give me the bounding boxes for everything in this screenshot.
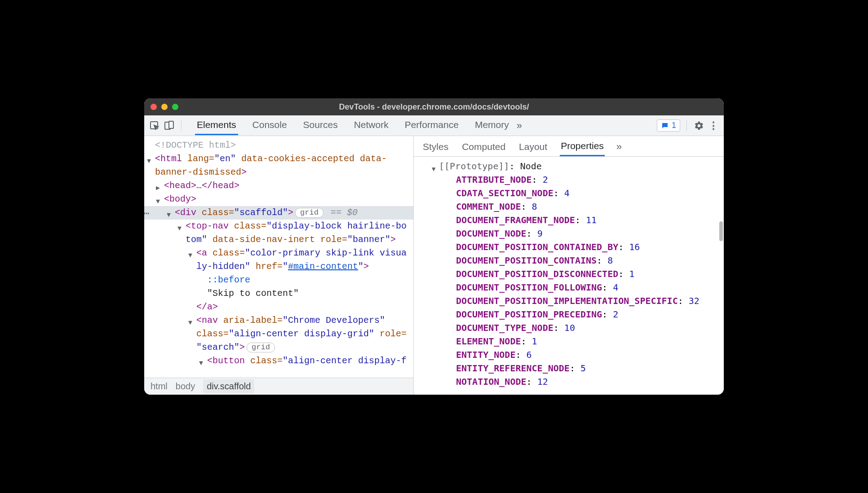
- close-button[interactable]: [151, 104, 157, 110]
- dom-head[interactable]: <head>…</head>: [144, 179, 413, 193]
- dom-a-close[interactable]: </a>: [144, 300, 413, 314]
- property-row[interactable]: DOCUMENT_POSITION_DISCONNECTED: 1: [414, 267, 724, 281]
- message-icon: [661, 122, 669, 130]
- dom-a[interactable]: <a class="color-primary skip-link visua: [144, 246, 413, 260]
- dom-html-open[interactable]: <html lang="en" data-cookies-accepted da…: [144, 152, 413, 166]
- divider: [686, 120, 687, 131]
- properties-list[interactable]: ▼[[Prototype]]: Node ATTRIBUTE_NODE: 2CD…: [414, 157, 724, 395]
- property-row[interactable]: DOCUMENT_POSITION_PRECEDING: 2: [414, 308, 724, 321]
- dom-a-2[interactable]: ly-hidden" href="#main-content">: [144, 260, 413, 273]
- property-row[interactable]: CDATA_SECTION_NODE: 4: [414, 186, 724, 200]
- side-tabs: StylesComputedLayoutProperties»: [414, 136, 724, 157]
- tab-elements[interactable]: Elements: [195, 116, 238, 135]
- dom-div-scaffold[interactable]: <div class="scaffold">grid == $0: [144, 206, 413, 220]
- settings-icon[interactable]: [693, 120, 705, 132]
- dom-topnav-2[interactable]: tom" data-side-nav-inert role="banner">: [144, 233, 413, 246]
- side-tab-layout[interactable]: Layout: [518, 138, 548, 156]
- tab-sources[interactable]: Sources: [301, 116, 340, 135]
- property-row[interactable]: ELEMENT_NODE: 1: [414, 335, 724, 348]
- issues-count: 1: [672, 121, 676, 130]
- property-row[interactable]: ATTRIBUTE_NODE: 2: [414, 173, 724, 186]
- titlebar: DevTools - developer.chrome.com/docs/dev…: [144, 98, 724, 115]
- maximize-button[interactable]: [172, 104, 178, 110]
- main-toolbar: ElementsConsoleSourcesNetworkPerformance…: [144, 115, 724, 136]
- kebab-menu-icon[interactable]: ⋮: [708, 120, 719, 132]
- dom-topnav[interactable]: <top-nav class="display-block hairline-b…: [144, 220, 413, 233]
- property-row[interactable]: DOCUMENT_POSITION_CONTAINED_BY: 16: [414, 240, 724, 254]
- issues-badge[interactable]: 1: [657, 119, 680, 132]
- more-side-tabs-icon[interactable]: »: [616, 141, 622, 153]
- breadcrumb: htmlbodydiv.scaffold: [144, 378, 413, 395]
- property-row[interactable]: DOCUMENT_FRAGMENT_NODE: 11: [414, 213, 724, 227]
- side-tab-styles[interactable]: Styles: [422, 138, 449, 156]
- device-toggle-icon[interactable]: [163, 120, 175, 132]
- dom-body[interactable]: <body>: [144, 193, 413, 206]
- traffic-lights: [151, 104, 178, 110]
- dom-before[interactable]: ::before: [144, 273, 413, 287]
- dom-nav[interactable]: <nav aria-label="Chrome Developers": [144, 314, 413, 327]
- property-row[interactable]: ENTITY_REFERENCE_NODE: 5: [414, 361, 724, 375]
- tab-memory[interactable]: Memory: [473, 116, 511, 135]
- tab-performance[interactable]: Performance: [403, 116, 461, 135]
- breadcrumb-item[interactable]: body: [176, 381, 195, 392]
- tab-network[interactable]: Network: [352, 116, 390, 135]
- window-title: DevTools - developer.chrome.com/docs/dev…: [144, 102, 724, 112]
- scrollbar-thumb[interactable]: [719, 221, 723, 241]
- elements-panel: <!DOCTYPE html> <html lang="en" data-coo…: [144, 136, 414, 395]
- minimize-button[interactable]: [161, 104, 168, 110]
- dom-doctype[interactable]: <!DOCTYPE html>: [144, 139, 413, 152]
- svg-rect-2: [169, 121, 173, 128]
- dom-nav-2[interactable]: class="align-center display-grid" role=: [144, 327, 413, 341]
- dom-html-open-2[interactable]: banner-dismissed>: [144, 166, 413, 179]
- grid-badge[interactable]: grid: [295, 208, 323, 218]
- dom-skip-text[interactable]: "Skip to content": [144, 287, 413, 300]
- dom-nav-3[interactable]: "search">grid: [144, 341, 413, 354]
- property-row[interactable]: DOCUMENT_POSITION_FOLLOWING: 4: [414, 281, 724, 294]
- more-tabs-icon[interactable]: »: [514, 120, 525, 132]
- dom-tree[interactable]: <!DOCTYPE html> <html lang="en" data-coo…: [144, 136, 413, 378]
- side-tab-properties[interactable]: Properties: [560, 137, 605, 156]
- property-row[interactable]: DOCUMENT_POSITION_IMPLEMENTATION_SPECIFI…: [414, 294, 724, 308]
- property-row[interactable]: NOTATION_NODE: 12: [414, 375, 724, 388]
- property-row[interactable]: DOCUMENT_POSITION_CONTAINS: 8: [414, 254, 724, 267]
- prototype-row[interactable]: ▼[[Prototype]]: Node: [414, 159, 724, 173]
- property-row[interactable]: COMMENT_NODE: 8: [414, 200, 724, 213]
- grid-badge[interactable]: grid: [247, 343, 275, 352]
- main-tabs: ElementsConsoleSourcesNetworkPerformance…: [195, 116, 511, 135]
- tab-console[interactable]: Console: [251, 116, 289, 135]
- side-panel: StylesComputedLayoutProperties» ▼[[Proto…: [414, 136, 724, 395]
- breadcrumb-item[interactable]: html: [151, 381, 168, 392]
- devtools-window: DevTools - developer.chrome.com/docs/dev…: [144, 98, 724, 395]
- property-row[interactable]: DOCUMENT_TYPE_NODE: 10: [414, 321, 724, 335]
- side-tab-computed[interactable]: Computed: [461, 138, 506, 156]
- breadcrumb-item[interactable]: div.scaffold: [203, 379, 254, 393]
- property-row[interactable]: ENTITY_NODE: 6: [414, 348, 724, 361]
- inspect-icon[interactable]: [149, 120, 160, 132]
- dom-button[interactable]: <button class="align-center display-f: [144, 354, 413, 368]
- property-row[interactable]: DOCUMENT_NODE: 9: [414, 227, 724, 240]
- content-split: <!DOCTYPE html> <html lang="en" data-coo…: [144, 136, 724, 395]
- divider: [181, 120, 182, 131]
